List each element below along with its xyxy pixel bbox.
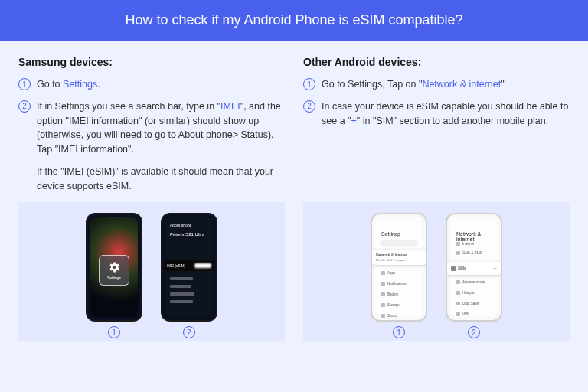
- sims-card: SIMs +: [447, 262, 501, 275]
- phone-number-badge: 2: [468, 326, 480, 338]
- samsung-phone-1: Settings: [86, 213, 142, 322]
- list-item: Internet: [456, 242, 474, 246]
- step-text: If in Settings you see a search bar, typ…: [37, 100, 285, 157]
- step-number: 1: [303, 78, 315, 90]
- imei-row: IMEI (eSIM): [164, 260, 214, 271]
- imei-value-blurred: [194, 263, 211, 268]
- screen-title: Settings: [381, 231, 400, 237]
- list-item: Calls & SMS: [456, 251, 482, 255]
- samsung-column: Samsung devices: 1 Go to Settings. 2 If …: [18, 56, 285, 193]
- step-number: 2: [18, 100, 31, 113]
- network-internet-card: Network & Internet Mobile, Wi-Fi, hotspo…: [372, 250, 426, 265]
- list-item: Hotspot: [456, 291, 475, 295]
- phone-col: Settings Network & Internet Mobile, Wi-F…: [371, 213, 427, 338]
- plus-link[interactable]: +: [351, 116, 357, 126]
- phone-number-badge: 2: [183, 326, 195, 338]
- imei-link[interactable]: IMEI: [220, 101, 240, 112]
- phone-col: Settings 1: [86, 213, 142, 338]
- content-columns: Samsung devices: 1 Go to Settings. 2 If …: [0, 41, 588, 193]
- phone-col: About phone Peter's S21 Ultra IMEI (eSIM…: [161, 213, 217, 338]
- phone-screen: Settings Network & Internet Mobile, Wi-F…: [375, 217, 423, 317]
- samsung-extra-note: If the "IMEI (eSIM)" is available it sho…: [37, 165, 285, 194]
- samsung-step-2: 2 If in Settings you see a search bar, t…: [18, 100, 285, 157]
- step-text: In case your device is eSIM capable you …: [322, 100, 570, 129]
- step-number: 1: [18, 78, 31, 90]
- list-item: Airplane mode: [456, 280, 485, 284]
- samsung-phone-2: About phone Peter's S21 Ultra IMEI (eSIM…: [161, 213, 217, 322]
- list-item: Data Saver: [456, 302, 480, 305]
- phone-number-badge: 1: [393, 326, 405, 338]
- other-heading: Other Android devices:: [303, 56, 570, 68]
- list-item: Storage: [381, 303, 400, 307]
- phone-screen: About phone Peter's S21 Ultra IMEI (eSIM…: [165, 217, 213, 317]
- step-number: 2: [303, 100, 315, 113]
- samsung-phones: Settings 1 About phone Peter's S21 Ultra…: [18, 202, 285, 341]
- page-title: How to check if my Android Phone is eSIM…: [0, 0, 588, 41]
- list-item: VPN: [456, 312, 469, 316]
- phone-screen: Network & internet Internet Calls & SMS …: [450, 217, 498, 317]
- settings-app-icon: Settings: [99, 255, 129, 286]
- other-step-1: 1 Go to Settings, Tap on "Network & inte…: [303, 77, 570, 92]
- list-item: Sound: [381, 314, 397, 318]
- other-phone-1: Settings Network & Internet Mobile, Wi-F…: [371, 213, 427, 322]
- other-step-2: 2 In case your device is eSIM capable yo…: [303, 100, 570, 129]
- step-text: Go to Settings.: [37, 77, 285, 92]
- about-phone-header: About phone Peter's S21 Ultra: [170, 220, 208, 237]
- list-item: Notifications: [381, 282, 407, 286]
- settings-link[interactable]: Settings: [63, 79, 97, 90]
- gear-icon: [107, 260, 121, 274]
- search-bar: [380, 240, 418, 246]
- phones-row: Settings 1 About phone Peter's S21 Ultra…: [0, 193, 588, 348]
- network-internet-link[interactable]: Network & internet: [422, 79, 501, 90]
- phone-col: Network & internet Internet Calls & SMS …: [446, 213, 502, 338]
- plus-icon: +: [493, 265, 497, 272]
- settings-label: Settings: [107, 276, 121, 280]
- other-column: Other Android devices: 1 Go to Settings,…: [303, 56, 570, 193]
- samsung-heading: Samsung devices:: [18, 56, 285, 68]
- phone-screen: Settings: [90, 217, 138, 317]
- list-item: Battery: [381, 292, 398, 296]
- step-text: Go to Settings, Tap on "Network & intern…: [322, 77, 570, 92]
- phone-number-badge: 1: [108, 326, 120, 338]
- other-phone-2: Network & internet Internet Calls & SMS …: [446, 213, 502, 322]
- sim-icon: [451, 266, 456, 271]
- screen-title: Network & internet: [456, 231, 498, 242]
- other-phones: Settings Network & Internet Mobile, Wi-F…: [303, 202, 570, 341]
- samsung-step-1: 1 Go to Settings.: [18, 77, 285, 92]
- list-item: Apps: [381, 271, 395, 275]
